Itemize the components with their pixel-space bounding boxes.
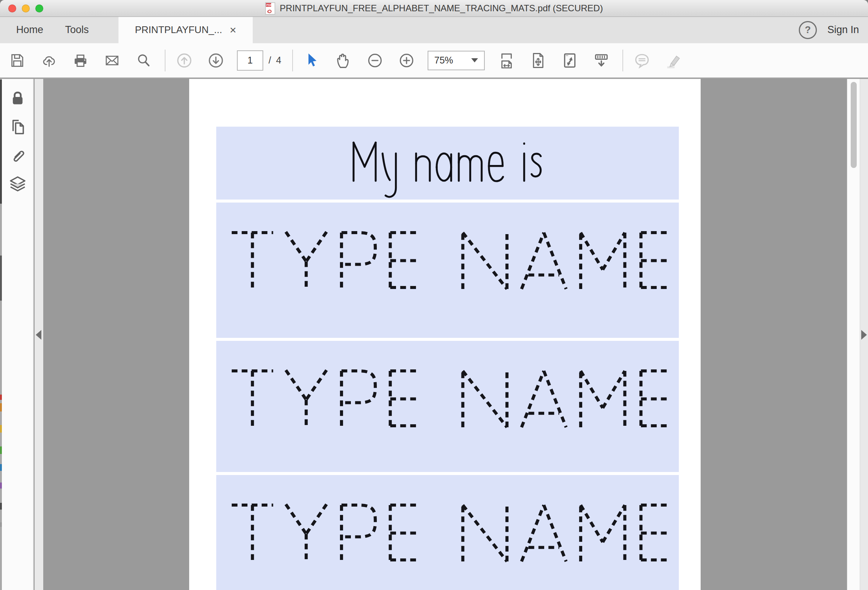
- sign-in-button[interactable]: Sign In: [827, 24, 859, 36]
- paperclip-icon: [9, 147, 26, 164]
- zoom-in-button[interactable]: [396, 50, 417, 71]
- search-button[interactable]: [133, 50, 154, 71]
- page-width-icon: [499, 53, 514, 68]
- tab-bar: Home Tools PRINTPLAYFUN_... × ? Sign In: [0, 17, 868, 43]
- comment-icon: [634, 53, 650, 68]
- chevron-down-icon: [471, 58, 478, 62]
- trace-rows: [189, 79, 701, 590]
- email-button[interactable]: [102, 50, 123, 71]
- pdf-file-icon: PDF: [265, 2, 275, 15]
- dashed-trace-text: [230, 500, 673, 564]
- tab-tools[interactable]: Tools: [54, 17, 100, 43]
- scrollbar-thumb[interactable]: [851, 82, 857, 168]
- page-width-button[interactable]: [496, 50, 517, 71]
- highlight-icon: [665, 53, 682, 68]
- select-cursor-icon: [305, 53, 319, 68]
- window-title: PRINTPLAYFUN_FREE_ALPHABET_NAME_TRACING_…: [280, 3, 603, 14]
- acrobat-window: PDF PRINTPLAYFUN_FREE_ALPHABET_NAME_TRAC…: [0, 0, 868, 590]
- close-tab-icon[interactable]: ×: [230, 24, 237, 36]
- pdf-page: [189, 79, 701, 590]
- hide-toolbar-icon: [594, 53, 609, 68]
- expand-right-panel-arrow-icon[interactable]: [861, 330, 867, 340]
- layers-icon: [9, 175, 26, 193]
- zoom-window-button[interactable]: [35, 5, 43, 12]
- page-copy-icon: [9, 118, 26, 136]
- name-tracing-row: [216, 475, 679, 590]
- vertical-scrollbar[interactable]: [847, 79, 860, 590]
- select-tool-button[interactable]: [301, 50, 322, 71]
- hand-tool-button[interactable]: [333, 50, 354, 71]
- layers-button[interactable]: [9, 175, 27, 193]
- previous-page-button[interactable]: [174, 50, 195, 71]
- previous-page-icon: [176, 52, 193, 69]
- panel-collapse-strip-right: [860, 79, 868, 590]
- zoom-out-button[interactable]: [364, 50, 385, 71]
- zoom-in-icon: [399, 52, 414, 69]
- zoom-level-select[interactable]: 75%: [428, 51, 485, 70]
- left-sidebar: [2, 79, 34, 590]
- save-icon: [10, 53, 24, 68]
- search-icon: [137, 53, 151, 68]
- titlebar: PDF PRINTPLAYFUN_FREE_ALPHABET_NAME_TRAC…: [0, 0, 868, 17]
- next-page-icon: [208, 52, 224, 69]
- tab-document-label: PRINTPLAYFUN_...: [135, 24, 222, 36]
- dashed-trace-text: [230, 227, 673, 292]
- print-icon: [73, 53, 88, 68]
- name-tracing-row: [216, 341, 679, 472]
- lock-icon: [9, 90, 26, 107]
- traffic-lights: [8, 0, 43, 17]
- svg-text:PDF: PDF: [266, 3, 272, 7]
- collapse-left-panel-arrow-icon[interactable]: [36, 330, 41, 340]
- zoom-out-icon: [367, 52, 383, 69]
- minimize-window-button[interactable]: [22, 5, 30, 12]
- help-icon[interactable]: ?: [799, 21, 817, 39]
- fit-page-icon: [531, 53, 546, 68]
- attachments-button[interactable]: [9, 147, 27, 165]
- toolbar-separator: [165, 50, 165, 71]
- background-window-edge: [0, 79, 2, 590]
- close-window-button[interactable]: [8, 5, 16, 12]
- save-button[interactable]: [7, 50, 28, 71]
- comment-button[interactable]: [631, 50, 653, 71]
- toolbar-separator: [622, 50, 623, 71]
- upload-cloud-button[interactable]: [38, 50, 59, 71]
- hand-tool-icon: [336, 53, 351, 68]
- name-tracing-row: [216, 203, 679, 338]
- next-page-button[interactable]: [205, 50, 226, 71]
- dashed-trace-text: [230, 366, 673, 430]
- page-total-label: / 4: [269, 55, 282, 66]
- fullscreen-button[interactable]: [559, 50, 580, 71]
- print-button[interactable]: [70, 50, 91, 71]
- zoom-level-value: 75%: [434, 55, 453, 66]
- page-thumbnails-button[interactable]: [9, 118, 27, 136]
- highlight-button[interactable]: [663, 50, 684, 71]
- page-number-input[interactable]: 1: [237, 50, 263, 71]
- hide-toolbar-button[interactable]: [591, 50, 612, 71]
- fullscreen-icon: [562, 53, 577, 68]
- fit-page-button[interactable]: [528, 50, 549, 71]
- upload-cloud-icon: [41, 53, 56, 68]
- tab-home[interactable]: Home: [5, 17, 54, 43]
- security-settings-button[interactable]: [9, 89, 27, 107]
- email-icon: [105, 53, 120, 68]
- document-canvas: [43, 79, 847, 590]
- toolbar-separator: [292, 50, 293, 71]
- content-area: [0, 79, 868, 590]
- toolbar: 1 / 4 75%: [0, 43, 868, 78]
- tab-document[interactable]: PRINTPLAYFUN_... ×: [118, 17, 253, 43]
- panel-collapse-strip: [35, 79, 43, 590]
